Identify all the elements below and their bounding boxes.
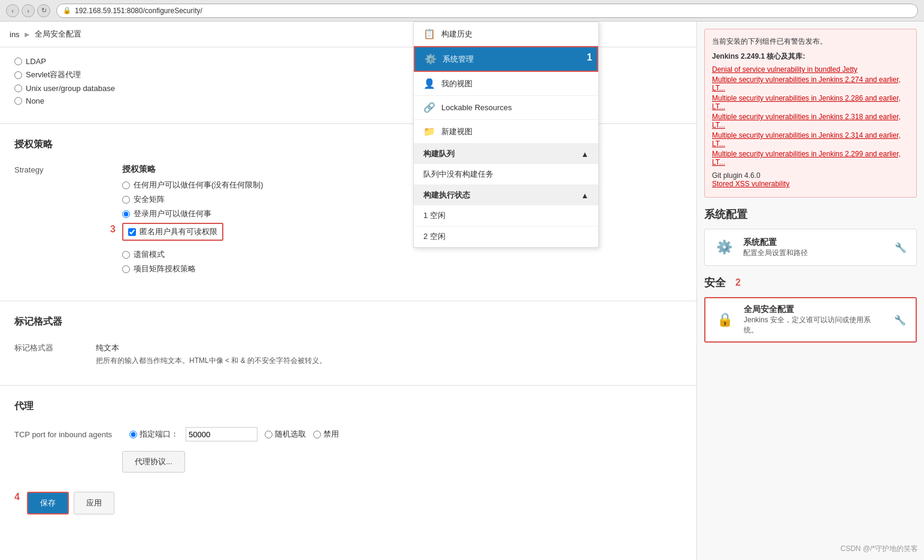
breadcrumb-separator: ► <box>23 30 31 39</box>
markup-title: 标记格式器 <box>14 316 682 331</box>
markup-formatter-section: 标记格式器 标记格式器 纯文本 把所有的输入都当作纯文本。HTML中像 < 和 … <box>0 306 696 380</box>
new-view-icon: 📁 <box>423 126 435 137</box>
step1-label: 1 <box>587 52 592 63</box>
right-panel: 当前安装的下列组件已有警告发布。 Jenkins 2.249.1 核心及其库: … <box>696 22 924 560</box>
executor-title: 构建执行状态 <box>423 190 470 201</box>
system-config-item-desc: 配置全局设置和路径 <box>743 248 885 258</box>
address-bar[interactable]: 🔒 192.168.59.151:8080/configureSecurity/ <box>56 4 918 18</box>
global-security-text: 全局安全配置 Jenkins 安全，定义谁可以访问或使用系统。 <box>744 304 884 335</box>
warning-link-3[interactable]: Multiple security vulnerabilities in Jen… <box>712 94 909 111</box>
security-section-title: 安全 <box>704 276 726 290</box>
plugin-link[interactable]: Stored XSS vulnerability <box>712 180 909 188</box>
page-content: ins ► 全局安全配置 LDAP Servlet容器代理 Unix user/… <box>0 22 696 560</box>
nav-buttons[interactable]: ‹ › ↻ <box>6 4 50 17</box>
disabled-port-label: 禁用 <box>323 429 339 440</box>
system-config-icon: ⚙️ <box>712 235 736 259</box>
system-config-action[interactable]: 🔧 <box>892 239 909 256</box>
warning-link-5[interactable]: Multiple security vulnerabilities in Jen… <box>712 131 909 148</box>
step4-label: 4 <box>14 492 20 514</box>
menu-item-system-management[interactable]: ⚙️ 系统管理 1 <box>414 46 598 72</box>
proxy-title: 代理 <box>14 400 682 415</box>
warning-link-6[interactable]: Multiple security vulnerabilities in Jen… <box>712 150 909 167</box>
menu-item-lockable[interactable]: 🔗 Lockable Resources <box>414 96 598 120</box>
system-config-text: 系统配置 配置全局设置和路径 <box>743 237 885 258</box>
menu-item-new-view[interactable]: 📁 新建视图 <box>414 120 598 144</box>
executor-item-1: 1 空闲 <box>414 205 598 226</box>
fixed-port-label: 指定端口： <box>140 429 178 440</box>
plugin-section: Git plugin 4.6.0 Stored XSS vulnerabilit… <box>712 171 909 188</box>
breadcrumb-home[interactable]: ins <box>10 30 20 39</box>
warning-link-4[interactable]: Multiple security vulnerabilities in Jen… <box>712 113 909 129</box>
radio-matrix-input[interactable] <box>122 196 130 204</box>
plugin-title: Git plugin 4.6.0 <box>712 171 909 180</box>
radio-unix-label: Unix user/group database <box>26 84 115 93</box>
divider3 <box>0 385 696 386</box>
button-row: 4 保存 应用 <box>0 482 696 524</box>
formatter-row: 标记格式器 纯文本 把所有的输入都当作纯文本。HTML中像 < 和 & 的不安全… <box>14 338 682 371</box>
radio-legacy-label: 遗留模式 <box>134 249 165 260</box>
dropdown-menu: 📋 构建历史 ⚙️ 系统管理 1 👤 我的视图 🔗 Lockable Resou… <box>413 22 599 248</box>
random-port-radio[interactable] <box>265 431 272 438</box>
back-button[interactable]: ‹ <box>6 4 19 17</box>
save-button[interactable]: 保存 <box>27 492 69 514</box>
radio-servlet-input[interactable] <box>14 71 22 79</box>
fixed-port-radio[interactable] <box>129 431 137 438</box>
global-security-action[interactable]: 🔧 <box>892 311 908 328</box>
radio-project-matrix[interactable]: 项目矩阵授权策略 <box>122 264 682 274</box>
radio-ldap-label: LDAP <box>26 57 46 66</box>
global-security-config-item[interactable]: 🔒 全局安全配置 Jenkins 安全，定义谁可以访问或使用系统。 🔧 <box>704 297 917 343</box>
proxy-protocol-button[interactable]: 代理协议... <box>122 451 185 473</box>
port-input[interactable]: 50000 <box>186 427 257 441</box>
formatter-value: 纯文本 <box>96 343 326 353</box>
step2-label: 2 <box>735 277 741 288</box>
proxy-row: TCP port for inbound agents 指定端口： 50000 … <box>14 422 682 446</box>
radio-legacy[interactable]: 遗留模式 <box>122 249 682 260</box>
radio-unix-input[interactable] <box>14 84 22 92</box>
warning-link-2[interactable]: Multiple security vulnerabilities in Jen… <box>712 75 909 92</box>
random-port-option[interactable]: 随机选取 <box>265 429 306 440</box>
radio-none-label: None <box>26 96 44 105</box>
warning-box: 当前安装的下列组件已有警告发布。 Jenkins 2.249.1 核心及其库: … <box>704 29 917 198</box>
build-queue-section: 构建队列 ▲ <box>414 144 598 164</box>
fixed-port-option[interactable]: 指定端口： <box>129 429 178 440</box>
system-config-item[interactable]: ⚙️ 系统配置 配置全局设置和路径 🔧 <box>704 229 917 266</box>
divider2 <box>0 301 696 301</box>
radio-logged-in-input[interactable] <box>122 210 130 218</box>
menu-item-new-view-label: 新建视图 <box>441 126 472 137</box>
warning-subtitle: Jenkins 2.249.1 核心及其库: <box>712 52 909 62</box>
disabled-port-radio[interactable] <box>313 431 321 438</box>
anonymous-read-checkbox[interactable] <box>128 228 136 236</box>
system-mgmt-icon: ⚙️ <box>425 53 437 65</box>
radio-project-matrix-input[interactable] <box>122 265 130 273</box>
apply-button[interactable]: 应用 <box>74 492 114 514</box>
lock-icon: 🔒 <box>63 7 71 14</box>
global-security-icon: 🔒 <box>713 308 737 332</box>
random-port-label: 随机选取 <box>275 429 306 440</box>
radio-ldap-input[interactable] <box>14 57 22 65</box>
proxy-section: 代理 TCP port for inbound agents 指定端口： 500… <box>0 391 696 482</box>
menu-item-build-history[interactable]: 📋 构建历史 <box>414 22 598 46</box>
strategy-label: Strategy <box>14 164 122 174</box>
security-title-row: 安全 2 <box>704 276 917 290</box>
radio-legacy-input[interactable] <box>122 251 130 259</box>
refresh-button[interactable]: ↻ <box>37 4 50 17</box>
disabled-port-option[interactable]: 禁用 <box>313 429 339 440</box>
formatter-label: 标记格式器 <box>14 343 86 353</box>
executor-item-2: 2 空闲 <box>414 226 598 247</box>
security-section: 安全 2 🔒 全局安全配置 Jenkins 安全，定义谁可以访问或使用系统。 🔧 <box>704 276 917 343</box>
system-config-item-title: 系统配置 <box>743 237 885 248</box>
anonymous-read-option[interactable]: 匿名用户具有可读权限 3 <box>122 223 223 241</box>
url-text: 192.168.59.151:8080/configureSecurity/ <box>75 7 202 15</box>
radio-none-input[interactable] <box>14 97 22 105</box>
executor-collapse-icon[interactable]: ▲ <box>581 191 589 200</box>
menu-item-my-views[interactable]: 👤 我的视图 <box>414 72 598 96</box>
build-history-icon: 📋 <box>423 28 435 40</box>
executor-section: 构建执行状态 ▲ <box>414 185 598 205</box>
radio-matrix-label: 安全矩阵 <box>134 194 165 205</box>
warning-link-1[interactable]: Denial of service vulnerability in bundl… <box>712 65 909 74</box>
radio-anyone-input[interactable] <box>122 181 130 189</box>
global-security-desc: Jenkins 安全，定义谁可以访问或使用系统。 <box>744 315 884 335</box>
menu-item-build-history-label: 构建历史 <box>441 29 472 40</box>
forward-button[interactable]: › <box>22 4 35 17</box>
collapse-icon[interactable]: ▲ <box>581 150 589 159</box>
